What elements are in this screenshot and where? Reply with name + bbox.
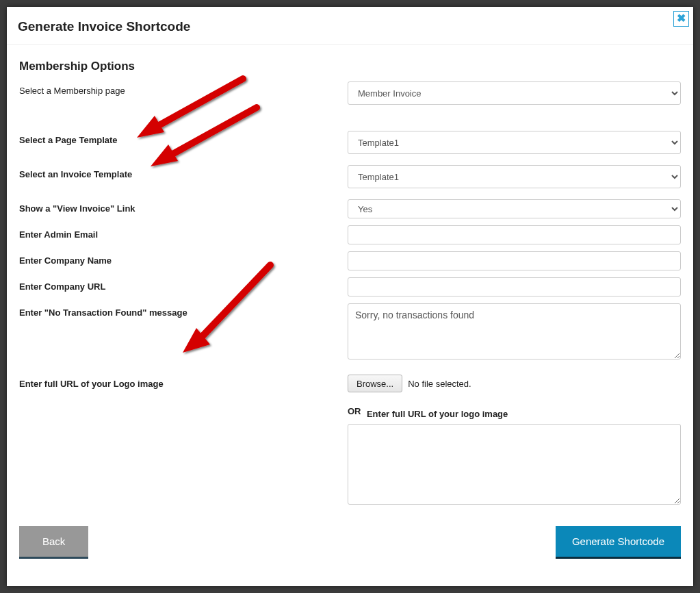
no-transaction-textarea[interactable]: Sorry, no transactions found: [348, 303, 681, 359]
membership-page-select[interactable]: Member Invoice: [348, 81, 681, 105]
label-company-name: Enter Company Name: [19, 251, 348, 266]
label-view-invoice-link: Show a "View Invoice" Link: [19, 199, 348, 214]
logo-url-sublabel: Enter full URL of your logo image: [367, 405, 508, 419]
invoice-template-select[interactable]: Template1: [348, 165, 681, 188]
label-admin-email: Enter Admin Email: [19, 225, 348, 240]
generate-shortcode-button[interactable]: Generate Shortcode: [556, 526, 681, 559]
label-invoice-template: Select an Invoice Template: [19, 165, 348, 179]
modal-title: Generate Invoice Shortcode: [7, 7, 693, 45]
or-label: OR: [348, 405, 361, 416]
section-title: Membership Options: [19, 60, 681, 73]
label-page-template: Select a Page Template: [19, 131, 348, 145]
modal-body: Membership Options Select a Membership p…: [7, 45, 693, 514]
label-logo-url: Enter full URL of your Logo image: [19, 375, 348, 389]
company-name-input[interactable]: [348, 251, 681, 270]
label-no-transaction-msg: Enter "No Transaction Found" message: [19, 303, 348, 318]
label-membership-page: Select a Membership page: [19, 81, 348, 96]
label-company-url: Enter Company URL: [19, 277, 348, 292]
file-status-text: No file selected.: [408, 379, 471, 389]
browse-button[interactable]: Browse...: [348, 375, 402, 392]
view-invoice-link-select[interactable]: Yes: [348, 199, 681, 218]
modal: ✖ Generate Invoice Shortcode Membership …: [7, 7, 693, 586]
logo-url-textarea[interactable]: [348, 424, 681, 505]
page-template-select[interactable]: Template1: [348, 131, 681, 154]
company-url-input[interactable]: [348, 277, 681, 296]
back-button[interactable]: Back: [19, 526, 88, 559]
admin-email-input[interactable]: [348, 225, 681, 244]
close-icon[interactable]: ✖: [673, 11, 689, 27]
modal-footer: Back Generate Shortcode: [19, 526, 681, 559]
